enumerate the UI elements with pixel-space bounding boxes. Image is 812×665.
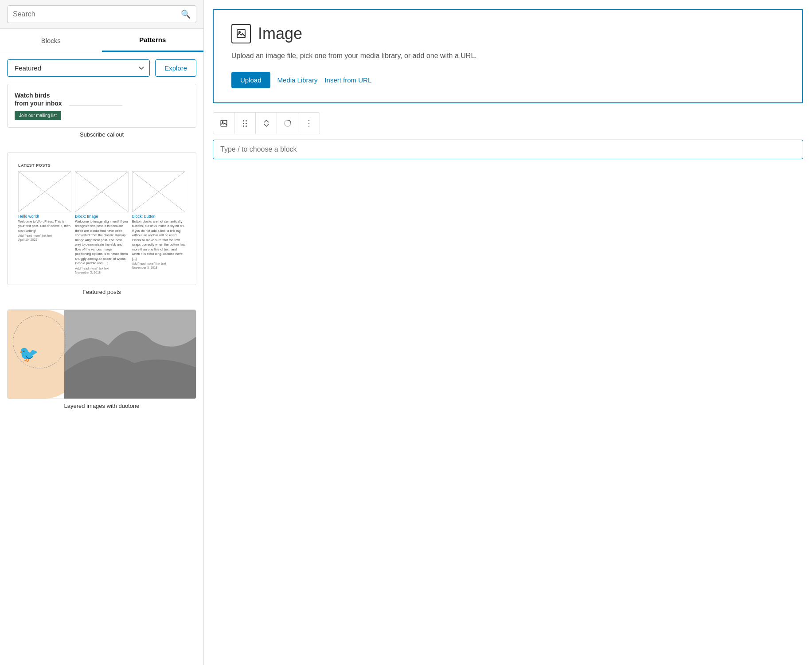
post-title-3[interactable]: Block: Button xyxy=(132,214,185,219)
svg-point-2 xyxy=(239,31,240,33)
more-options-button[interactable]: ⋮ xyxy=(298,113,320,134)
layered-preview-wrapper: 🐦 xyxy=(7,309,196,399)
layered-label: Layered images with duotone xyxy=(7,399,196,413)
post-date-2: November 3, 2018 xyxy=(75,271,128,274)
subscribe-title: Watch birds from your inbox xyxy=(15,91,62,107)
subscribe-content: Watch birds from your inbox Join our mai… xyxy=(15,91,189,120)
move-arrows-icon xyxy=(264,120,269,127)
posts-grid: Hello world! Welcome to WordPress. This … xyxy=(18,171,185,274)
post-image-1 xyxy=(18,171,71,212)
upload-button[interactable]: Upload xyxy=(231,72,270,88)
list-item: Block: Button Button blocks are not sema… xyxy=(132,171,185,274)
search-container: 🔍 xyxy=(0,0,203,29)
image-actions: Upload Media Library Insert from URL xyxy=(231,72,785,88)
subscribe-label: Subscribe callout xyxy=(7,128,196,141)
image-block: Image Upload an image file, pick one fro… xyxy=(213,9,803,103)
subscribe-line xyxy=(69,106,122,106)
pattern-card-layered[interactable]: 🐦 Layered images with duotone xyxy=(7,309,196,413)
post-date-1: April 10, 2022 xyxy=(18,238,71,241)
post-read-more-1: Add "read more" link text xyxy=(18,234,71,237)
post-title-1[interactable]: Hello world! xyxy=(18,214,71,219)
search-box: 🔍 xyxy=(7,5,196,23)
list-item: Hello world! Welcome to WordPress. This … xyxy=(18,171,71,274)
post-read-more-3: Add "read more" link text xyxy=(132,262,185,265)
pattern-card-subscribe[interactable]: Watch birds from your inbox Join our mai… xyxy=(7,84,196,141)
featured-posts-content: LATEST POSTS Hello world! Welcome to Wor… xyxy=(15,160,189,277)
image-block-title: Image xyxy=(258,24,302,43)
subscribe-preview: Watch birds from your inbox Join our mai… xyxy=(7,84,196,128)
tab-patterns[interactable]: Patterns xyxy=(102,29,204,52)
latest-posts-label: LATEST POSTS xyxy=(18,163,185,168)
block-appender[interactable] xyxy=(213,140,803,159)
right-panel: Image Upload an image file, pick one fro… xyxy=(204,0,812,665)
pattern-card-featured-posts[interactable]: LATEST POSTS Hello world! Welcome to Wor… xyxy=(7,152,196,298)
layered-preview: 🐦 xyxy=(8,310,196,399)
block-toolbar: ⋮ xyxy=(213,112,320,134)
drag-handle-button[interactable] xyxy=(234,113,256,134)
media-library-link[interactable]: Media Library xyxy=(277,76,318,84)
drag-dots-icon xyxy=(243,120,247,127)
post-excerpt-1: Welcome to WordPress. This is your first… xyxy=(18,219,71,234)
explore-button[interactable]: Explore xyxy=(155,59,196,77)
move-up-down-button[interactable] xyxy=(256,113,277,134)
bird-icon: 🐦 xyxy=(19,345,39,364)
spinner-button[interactable] xyxy=(277,113,298,134)
post-excerpt-2: Welcome to image alignment! If you recog… xyxy=(75,219,128,266)
toolbar-image-button[interactable] xyxy=(213,113,234,134)
featured-posts-preview: LATEST POSTS Hello world! Welcome to Wor… xyxy=(7,152,196,285)
post-title-2[interactable]: Block: Image xyxy=(75,214,128,219)
search-icon: 🔍 xyxy=(181,9,191,19)
post-image-3 xyxy=(132,171,185,212)
left-panel: 🔍 Blocks Patterns Featured All Text Medi… xyxy=(0,0,204,665)
tab-blocks[interactable]: Blocks xyxy=(0,29,102,52)
svg-point-4 xyxy=(222,121,223,122)
patterns-list: Watch birds from your inbox Join our mai… xyxy=(0,84,203,665)
block-appender-input[interactable] xyxy=(220,145,796,153)
insert-url-link[interactable]: Insert from URL xyxy=(324,76,371,84)
post-date-3: November 3, 2018 xyxy=(132,266,185,269)
featured-posts-label: Featured posts xyxy=(7,285,196,299)
category-select[interactable]: Featured All Text Media Headers Footers xyxy=(7,59,150,77)
post-excerpt-3: Button blocks are not semantically butto… xyxy=(132,219,185,262)
join-btn: Join our mailing list xyxy=(15,111,61,120)
image-block-icon xyxy=(231,24,251,43)
filter-bar: Featured All Text Media Headers Footers … xyxy=(0,52,203,84)
post-image-2 xyxy=(75,171,128,212)
list-item: Block: Image Welcome to image alignment!… xyxy=(75,171,128,274)
image-block-description: Upload an image file, pick one from your… xyxy=(231,51,785,61)
post-read-more-2: Add "read more" link text xyxy=(75,267,128,270)
layered-bg-right xyxy=(64,310,196,399)
tabs: Blocks Patterns xyxy=(0,29,203,52)
subscribe-text: Watch birds from your inbox Join our mai… xyxy=(15,91,62,120)
search-input[interactable] xyxy=(13,10,177,18)
more-options-icon: ⋮ xyxy=(304,118,314,129)
image-block-header: Image xyxy=(231,24,785,43)
